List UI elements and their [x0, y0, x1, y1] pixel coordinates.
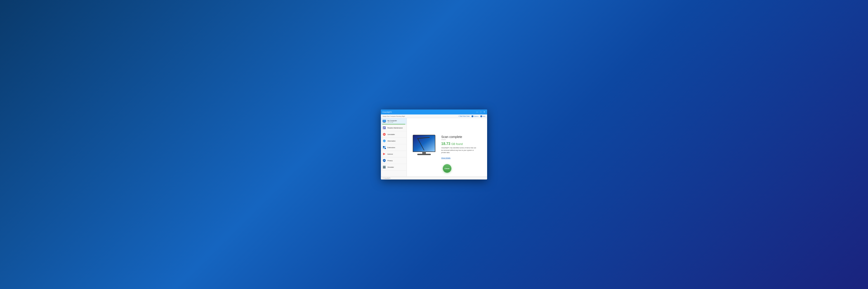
svg-rect-6	[383, 128, 385, 128]
uninstaller-icon	[382, 132, 386, 136]
svg-rect-17	[383, 166, 385, 168]
sidebar-item-hibernation[interactable]: z Hibernation	[381, 138, 407, 144]
app-window: CleanMyPC — □ ✕ Keeps Your Computer Runn…	[381, 109, 487, 180]
svg-rect-21	[385, 168, 385, 168]
wiper-svg	[413, 135, 435, 151]
monitor-illustration	[410, 135, 438, 159]
scan-size: 18.73 GB found	[441, 142, 484, 146]
minimize-button[interactable]: —	[476, 111, 478, 113]
sidebar-item-my-computer[interactable]: My Computer 18.73 GB	[381, 118, 407, 124]
shredder-icon	[382, 165, 386, 169]
close-button[interactable]: ✕	[483, 111, 486, 113]
sidebar-item-privacy-label: Privacy	[388, 160, 405, 161]
sidebar-item-my-computer-label: My Computer	[388, 120, 405, 121]
clean-button-area: Clean	[407, 164, 487, 173]
help-icon: ?	[480, 115, 482, 117]
window-footer: © CleanMyPC	[381, 176, 487, 180]
options-menu-item[interactable]: ? Options	[471, 115, 478, 117]
sidebar-item-uninstaller[interactable]: Uninstaller	[381, 131, 407, 138]
hibernation-icon: z	[382, 139, 386, 143]
svg-rect-9	[383, 134, 385, 135]
sidebar-item-shredder[interactable]: Shredder	[381, 164, 407, 171]
right-panel: Scan complete 18.73 GB found CleanMyPC h…	[407, 118, 487, 176]
scan-description: CleanMyPC has identified series of items…	[441, 147, 477, 154]
extensions-icon	[382, 145, 386, 149]
sidebar-item-hibernation-info: Hibernation	[388, 140, 405, 142]
computer-icon	[382, 119, 386, 123]
svg-rect-19	[383, 168, 384, 168]
footer-text: © CleanMyPC	[383, 177, 391, 179]
svg-rect-7	[383, 129, 384, 129]
show-details-link[interactable]: Show Details	[441, 157, 451, 159]
svg-rect-2	[383, 122, 385, 122]
sidebar-item-shredder-label: Shredder	[388, 167, 405, 168]
app-title: CleanMyPC	[382, 111, 476, 113]
svg-rect-12	[383, 146, 384, 148]
svg-rect-3	[383, 122, 385, 123]
clean-button[interactable]: Clean	[443, 164, 452, 173]
sidebar-item-privacy-info: Privacy	[388, 160, 405, 161]
sidebar-item-extensions-info: Extensions	[388, 147, 405, 148]
svg-rect-14	[383, 148, 384, 149]
svg-rect-20	[384, 168, 384, 168]
privacy-icon	[382, 158, 386, 162]
sidebar: My Computer 18.73 GB Registry Maintenanc…	[381, 118, 407, 176]
scan-size-unit: GB found	[452, 142, 463, 146]
monitor-base	[417, 154, 431, 155]
registry-icon	[382, 126, 386, 130]
svg-rect-15	[384, 148, 386, 149]
menu-bar: Keeps Your Computer Running Right < Star…	[381, 114, 487, 118]
sidebar-item-uninstaller-info: Uninstaller	[388, 134, 405, 135]
sidebar-item-autorun[interactable]: Autorun	[381, 151, 407, 157]
sidebar-item-hibernation-label: Hibernation	[388, 140, 405, 142]
back-link[interactable]: < Start New Scan	[458, 115, 470, 117]
help-menu-item[interactable]: ? Help	[480, 115, 485, 117]
svg-rect-13	[385, 146, 385, 147]
maximize-button[interactable]: □	[479, 111, 482, 113]
sidebar-item-registry-label: Registry Maintenance	[388, 127, 405, 129]
svg-marker-16	[383, 153, 385, 155]
scan-title: Scan complete	[441, 135, 484, 139]
main-content: My Computer 18.73 GB Registry Maintenanc…	[381, 118, 487, 176]
monitor-screen	[413, 135, 435, 151]
scan-info: Scan complete 18.73 GB found CleanMyPC h…	[441, 135, 484, 159]
autorun-icon	[382, 152, 386, 156]
svg-rect-1	[383, 120, 385, 122]
scan-size-value: 18.73	[441, 142, 450, 146]
monitor-body	[413, 135, 435, 152]
sidebar-item-my-computer-sub: 18.73 GB	[388, 121, 405, 123]
sidebar-item-autorun-info: Autorun	[388, 153, 405, 155]
sidebar-item-extensions[interactable]: Extensions	[381, 144, 407, 151]
menu-right-items: < Start New Scan ? Options ? Help	[458, 115, 485, 117]
svg-text:z: z	[383, 140, 384, 142]
sidebar-item-shredder-info: Shredder	[388, 167, 405, 168]
svg-rect-5	[383, 127, 385, 128]
help-label: Help	[483, 116, 485, 117]
options-icon: ?	[471, 115, 473, 117]
scan-content: Scan complete 18.73 GB found CleanMyPC h…	[410, 135, 484, 159]
sidebar-item-uninstaller-label: Uninstaller	[388, 134, 405, 135]
window-controls: — □ ✕	[476, 111, 486, 113]
sidebar-item-privacy[interactable]: Privacy	[381, 157, 407, 164]
sidebar-item-registry-info: Registry Maintenance	[388, 127, 405, 129]
sidebar-item-extensions-label: Extensions	[388, 147, 405, 148]
app-tagline: Keeps Your Computer Running Right	[383, 116, 405, 117]
scan-divider	[441, 140, 446, 140]
sidebar-item-autorun-label: Autorun	[388, 153, 405, 155]
sidebar-item-registry-maintenance[interactable]: Registry Maintenance	[381, 124, 407, 131]
options-label: Options	[474, 116, 478, 117]
sidebar-item-my-computer-info: My Computer 18.73 GB	[388, 120, 405, 123]
title-bar: CleanMyPC — □ ✕	[381, 109, 487, 114]
